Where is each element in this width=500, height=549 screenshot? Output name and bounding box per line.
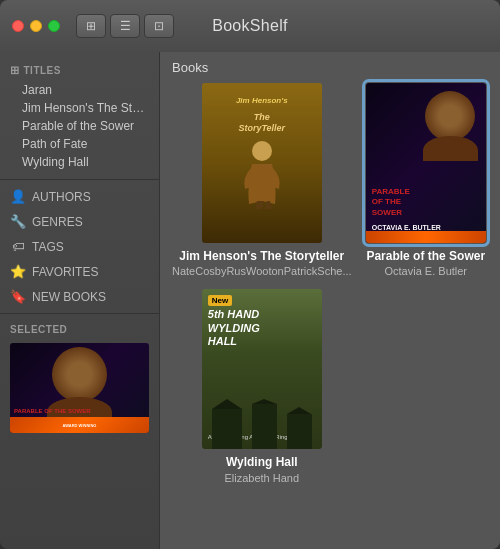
selected-label: Selected (0, 318, 159, 339)
selected-cover: PARABLE OF THE SOWER OCTAVIA E. BUTLER A… (10, 343, 149, 433)
toolbar-icons: ⊞ ☰ ⊡ (76, 14, 174, 38)
books-grid: TheStoryTeller (160, 79, 500, 496)
sidebar: ⊞ TITLES Jaran Jim Henson's The Storytel… (0, 52, 160, 549)
main-area: ⊞ TITLES Jaran Jim Henson's The Storytel… (0, 52, 500, 549)
book-cover-wylding: New 5th HANDWYLDINGHALL Award Winning Au… (202, 289, 322, 449)
titles-section-header: ⊞ TITLES (0, 60, 159, 81)
grid-icon: ⊞ (86, 19, 96, 33)
svg-marker-6 (287, 407, 311, 414)
book-cover-parable: PARABLEOF THESOWER OCTAVIA E. BUTLER (366, 83, 486, 243)
book-cover-henson: TheStoryTeller (202, 83, 322, 243)
sidebar-item-newbooks[interactable]: 🔖 NEW BOOKS (0, 284, 159, 309)
building-svg (202, 399, 322, 449)
book-title-wylding: Wylding Hall (226, 455, 298, 469)
authors-icon: 👤 (10, 189, 26, 204)
list-view-button[interactable]: ☰ (110, 14, 140, 38)
book-author-henson: NateCosbyRusWootonPatrickSche... (172, 265, 352, 277)
book-title-parable: Parable of the Sower (366, 249, 485, 263)
svg-rect-1 (212, 409, 242, 449)
book-title-henson: Jim Henson's The Storyteller (179, 249, 344, 263)
sidebar-item-pathoffate[interactable]: Path of Fate (0, 135, 159, 153)
sidebar-item-tags[interactable]: 🏷 TAGS (0, 234, 159, 259)
sidebar-divider-2 (0, 313, 159, 314)
svg-marker-4 (212, 399, 242, 409)
book-author-parable: Octavia E. Butler (385, 265, 468, 277)
sidebar-item-parable[interactable]: Parable of the Sower (0, 117, 159, 135)
sidebar-item-henson[interactable]: Jim Henson's The Storyteller (0, 99, 159, 117)
app-window: ⊞ ☰ ⊡ BookShelf ⊞ TITLES Jaran Jim Henso… (0, 0, 500, 549)
favorites-icon: ⭐ (10, 264, 26, 279)
titles-icon: ⊞ (10, 64, 20, 77)
sidebar-item-jaran[interactable]: Jaran (0, 81, 159, 99)
svg-point-0 (252, 141, 272, 161)
svg-rect-2 (252, 404, 277, 449)
detail-view-button[interactable]: ⊡ (144, 14, 174, 38)
newbooks-icon: 🔖 (10, 289, 26, 304)
book-author-wylding: Elizabeth Hand (224, 472, 299, 484)
list-icon: ☰ (120, 19, 131, 33)
maximize-button[interactable] (48, 20, 60, 32)
svg-marker-5 (252, 399, 277, 404)
content-area: Books TheStoryTeller (160, 52, 500, 549)
app-title: BookShelf (212, 17, 288, 35)
sidebar-item-wylding[interactable]: Wylding Hall (0, 153, 159, 171)
grid-view-button[interactable]: ⊞ (76, 14, 106, 38)
book-item-henson[interactable]: TheStoryTeller (172, 83, 352, 277)
titlebar: ⊞ ☰ ⊡ BookShelf (0, 0, 500, 52)
sidebar-nav: 👤 AUTHORS 🔧 GENRES 🏷 TAGS ⭐ FAVORITES 🔖 (0, 184, 159, 309)
minimize-button[interactable] (30, 20, 42, 32)
sidebar-item-genres[interactable]: 🔧 GENRES (0, 209, 159, 234)
tags-icon: 🏷 (10, 239, 26, 254)
henson-figure-svg (237, 139, 287, 209)
sidebar-item-favorites[interactable]: ⭐ FAVORITES (0, 259, 159, 284)
titles-section: ⊞ TITLES Jaran Jim Henson's The Storytel… (0, 52, 159, 175)
traffic-lights (12, 20, 60, 32)
book-item-wylding[interactable]: New 5th HANDWYLDINGHALL Award Winning Au… (172, 289, 352, 483)
new-badge: New (208, 295, 232, 306)
sidebar-divider (0, 179, 159, 180)
genres-icon: 🔧 (10, 214, 26, 229)
sidebar-item-authors[interactable]: 👤 AUTHORS (0, 184, 159, 209)
close-button[interactable] (12, 20, 24, 32)
detail-icon: ⊡ (154, 19, 164, 33)
book-item-parable[interactable]: PARABLEOF THESOWER OCTAVIA E. BUTLER Par… (364, 83, 488, 277)
content-header: Books (160, 52, 500, 79)
svg-rect-3 (287, 414, 312, 449)
